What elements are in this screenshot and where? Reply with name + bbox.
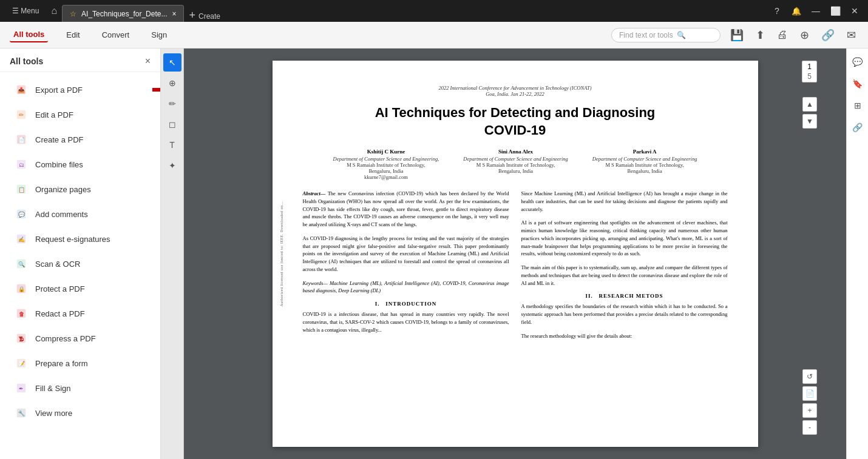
author-2: Sini Anna Alex Department of Computer Sc… xyxy=(463,149,568,180)
sidebar-title: All tools xyxy=(10,56,43,66)
sidebar-item-export[interactable]: 📤Export a PDF xyxy=(5,78,155,102)
toolbar-edit[interactable]: Edit xyxy=(63,28,83,42)
text-tool[interactable]: T xyxy=(163,136,181,154)
compress-icon: 🗜 xyxy=(15,332,28,345)
pdf-content-area: ↖⊕✏◻T✦ Authorized licensed use limited t… xyxy=(161,49,846,459)
toolbar-right: Find text or tools 🔍 💾 ⬆ 🖨 ⊕ 🔗 ✉ xyxy=(611,26,858,44)
sidebar-item-comment[interactable]: 💬Add comments xyxy=(5,202,155,226)
upload-button[interactable]: ⬆ xyxy=(753,26,767,44)
svg-text:💬: 💬 xyxy=(18,211,25,218)
esign-icon: ✍ xyxy=(15,232,28,246)
tab-title: AI_Techniques_for_Dete... xyxy=(81,10,167,18)
pdf-viewer: ↖⊕✏◻T✦ Authorized licensed use limited t… xyxy=(161,49,846,459)
help-button[interactable]: ? xyxy=(772,6,782,16)
home-button[interactable]: ⌂ xyxy=(46,5,62,16)
grid-panel-btn[interactable]: ⊞ xyxy=(849,97,866,114)
eraser-tool[interactable]: ◻ xyxy=(163,115,181,133)
maximize-button[interactable]: ⬜ xyxy=(830,6,840,16)
sidebar-item-form[interactable]: 📝Prepare a form xyxy=(5,351,155,375)
abstract-paragraph-2: As COVID-19 diagnosing is the lengthy pr… xyxy=(303,235,509,273)
minimize-button[interactable]: — xyxy=(811,6,821,16)
close-button[interactable]: ✕ xyxy=(850,6,860,16)
abstract-label: Abstract— xyxy=(303,190,326,196)
menu-button[interactable]: ☰ Menu xyxy=(5,7,46,15)
svg-text:🗑: 🗑 xyxy=(19,311,24,317)
refresh-button[interactable]: ↺ xyxy=(802,369,817,384)
toolbar-sign[interactable]: Sign xyxy=(147,28,171,42)
toolbar-convert[interactable]: Convert xyxy=(98,28,134,42)
combine-label: Combine files xyxy=(35,160,83,169)
sidebar-item-organize[interactable]: 📋Organize pages xyxy=(5,177,155,201)
new-tab-button[interactable]: + Create xyxy=(184,9,225,22)
pdf-toolbar: ↖⊕✏◻T✦ xyxy=(161,49,184,459)
scroll-up-button[interactable]: ▲ xyxy=(802,97,817,112)
mail-button[interactable]: ✉ xyxy=(844,26,858,44)
sidebar-item-edit[interactable]: ✏Edit a PDF xyxy=(5,102,155,127)
main-toolbar: All tools Edit Convert Sign Find text or… xyxy=(0,22,868,49)
author-1: Kshitij C Kurne Department of Computer S… xyxy=(333,149,439,180)
page-total: 5 xyxy=(807,72,812,81)
page-view-button[interactable]: 📄 xyxy=(802,386,817,401)
tab-close-icon[interactable]: × xyxy=(172,10,176,18)
svg-text:📋: 📋 xyxy=(18,186,25,193)
svg-text:📄: 📄 xyxy=(18,136,25,144)
sidebar-header: All tools × xyxy=(0,49,160,72)
create-label: Create xyxy=(198,12,220,21)
sidebar-item-more[interactable]: 🔧View more xyxy=(5,401,155,425)
sidebar-item-compress[interactable]: 🗜Compress a PDF xyxy=(5,326,155,350)
svg-text:✍: ✍ xyxy=(18,236,25,243)
toolbar-alltools[interactable]: All tools xyxy=(10,27,48,42)
svg-text:📝: 📝 xyxy=(18,360,25,367)
pdf-body: Abstract— The new Coronavirus infection … xyxy=(303,190,728,340)
zoom-tool[interactable]: ⊕ xyxy=(163,74,181,92)
sidebar-item-scan[interactable]: 🔍Scan & OCR xyxy=(5,252,155,276)
scan-icon: 🔍 xyxy=(15,257,28,270)
pen-tool[interactable]: ✏ xyxy=(163,95,181,113)
active-tab[interactable]: ☆ AI_Techniques_for_Dete... × xyxy=(62,5,184,22)
annotate-tool[interactable]: ✦ xyxy=(163,156,181,175)
sidebar: All tools × 📤Export a PDF ✏Edit a PDF📄Cr… xyxy=(0,49,161,459)
sidebar-item-create[interactable]: 📄Create a PDF xyxy=(5,127,155,152)
sidebar-item-combine[interactable]: 🗂Combine files xyxy=(5,152,155,176)
comment-label: Add comments xyxy=(35,210,88,219)
find-bar[interactable]: Find text or tools 🔍 xyxy=(611,28,721,42)
more-label: View more xyxy=(35,409,72,418)
location-button[interactable]: ⊕ xyxy=(798,26,812,44)
print-button[interactable]: 🖨 xyxy=(775,26,790,44)
zoom-out-button[interactable]: - xyxy=(802,420,817,435)
section1-text: COVID-19 is a infectious disease, that h… xyxy=(303,310,509,333)
sidebar-close-button[interactable]: × xyxy=(145,56,151,67)
pdf-scroll-area[interactable]: Authorized licensed use limited to: IEEE… xyxy=(184,49,846,459)
page-counter: 1 5 xyxy=(802,61,817,82)
save-button[interactable]: 💾 xyxy=(728,26,746,44)
notifications-button[interactable]: 🔔 xyxy=(792,6,801,16)
sidebar-tools: 📤Export a PDF ✏Edit a PDF📄Create a PDF🗂C… xyxy=(0,72,160,459)
sidebar-item-redact[interactable]: 🗑Redact a PDF xyxy=(5,301,155,326)
fillsign-label: Fill & Sign xyxy=(35,384,71,393)
sidebar-item-esign[interactable]: ✍Request e-signatures xyxy=(5,227,155,251)
right-panel: 💬🔖⊞🔗 xyxy=(846,49,868,459)
sidebar-item-protect[interactable]: 🔒Protect a PDF xyxy=(5,276,155,301)
author-3: Parkavi A Department of Computer Science… xyxy=(592,149,697,180)
svg-text:🗂: 🗂 xyxy=(19,162,24,168)
select-tool[interactable]: ↖ xyxy=(163,53,181,72)
link-panel-btn[interactable]: 🔗 xyxy=(849,119,866,136)
comment-panel-btn[interactable]: 💬 xyxy=(849,53,866,70)
titlebar: ☰ Menu ⌂ ☆ AI_Techniques_for_Dete... × +… xyxy=(0,0,868,22)
search-icon: 🔍 xyxy=(677,31,686,39)
protect-icon: 🔒 xyxy=(15,282,28,295)
export-icon: 📤 xyxy=(15,83,28,96)
window-controls: ? 🔔 — ⬜ ✕ xyxy=(768,6,863,16)
scroll-down-button[interactable]: ▼ xyxy=(802,114,817,129)
right-text-2: AI is a part of software engineering tha… xyxy=(521,219,728,258)
bookmark-panel-btn[interactable]: 🔖 xyxy=(849,75,866,92)
comment-icon: 💬 xyxy=(15,207,28,221)
edit-label: Edit a PDF xyxy=(35,110,73,119)
link-button[interactable]: 🔗 xyxy=(819,26,837,44)
authors-section: Kshitij C Kurne Department of Computer S… xyxy=(303,149,728,180)
zoom-in-button[interactable]: + xyxy=(802,403,817,418)
redact-label: Redact a PDF xyxy=(35,309,85,318)
svg-text:🔧: 🔧 xyxy=(18,410,25,417)
keywords-paragraph: Keywords— Machine Learning (ML), Artific… xyxy=(303,280,509,295)
sidebar-item-fillsign[interactable]: ✒Fill & Sign xyxy=(5,376,155,400)
